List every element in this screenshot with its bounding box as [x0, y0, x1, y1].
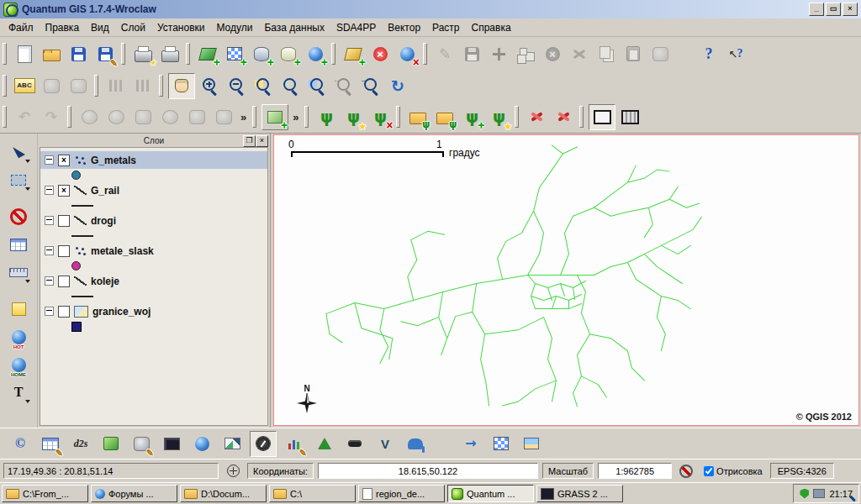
layer-row-granice-woj[interactable]: granice_woj: [40, 302, 267, 320]
menu-sda4pp[interactable]: SDA4PP: [330, 20, 382, 35]
paste-features-icon[interactable]: [621, 42, 646, 66]
toolbar-grip[interactable]: [396, 106, 400, 128]
spit-postgis-icon[interactable]: [403, 432, 428, 456]
kml-tools-icon[interactable]: [458, 432, 483, 456]
panel-float-button[interactable]: ❐: [243, 135, 256, 147]
layer-checkbox[interactable]: [58, 306, 70, 318]
delete-ring-icon[interactable]: [157, 105, 182, 129]
menu-layer[interactable]: Слой: [115, 20, 151, 35]
copyright-plugin-icon[interactable]: ©: [8, 432, 33, 456]
new-project-icon[interactable]: [12, 42, 37, 66]
layer-label[interactable]: koleje: [91, 276, 119, 287]
minimize-button[interactable]: _: [809, 3, 824, 16]
delete-part-icon[interactable]: [184, 105, 209, 129]
layer-label[interactable]: G_metals: [91, 155, 136, 166]
panel-close-button[interactable]: ×: [256, 135, 268, 147]
taskbar-button-4[interactable]: C:\: [269, 485, 356, 502]
scale-input[interactable]: [598, 463, 672, 479]
select-features-icon[interactable]: [6, 168, 31, 192]
menu-file[interactable]: Файл: [3, 20, 40, 35]
dxf2shp-icon[interactable]: d2s: [68, 432, 93, 456]
add-part-icon[interactable]: [130, 105, 156, 129]
menu-database[interactable]: База данных: [258, 20, 330, 35]
refresh-map-icon[interactable]: [385, 74, 410, 98]
layer-row-g-metals[interactable]: × G_metals: [40, 151, 267, 169]
toolbar-grip[interactable]: [423, 43, 427, 65]
layer-label[interactable]: G_rail: [91, 185, 119, 197]
toolbar-grip[interactable]: [94, 75, 98, 97]
expander-icon[interactable]: [45, 155, 54, 165]
editing-tools-icon[interactable]: [647, 42, 673, 66]
add-spatialite-layer-icon[interactable]: [276, 42, 301, 66]
toolbar-overflow-chevron[interactable]: »: [289, 111, 302, 123]
toolbar-grip[interactable]: [331, 43, 335, 65]
taskbar-button-2[interactable]: Форумы ...: [91, 485, 177, 502]
taskbar-button-5[interactable]: region_de...: [358, 485, 445, 502]
reshape-features-icon[interactable]: [211, 105, 236, 129]
layer-checkbox[interactable]: [58, 276, 70, 287]
globe-hot-icon[interactable]: HOT: [6, 325, 31, 349]
menu-raster[interactable]: Растр: [426, 20, 465, 35]
grass-close-mapset-icon[interactable]: [367, 105, 393, 129]
zoom-full-icon[interactable]: [251, 74, 276, 98]
web-plugin-icon[interactable]: [189, 432, 214, 456]
add-wfs-layer-icon[interactable]: [394, 42, 420, 66]
measure-icon[interactable]: [6, 260, 31, 284]
table-manager-icon[interactable]: [38, 432, 63, 456]
add-raster-layer-icon[interactable]: [222, 42, 247, 66]
expander-icon[interactable]: [45, 307, 54, 316]
composer-manager-icon[interactable]: [157, 42, 182, 66]
layer-label[interactable]: metale_slask: [91, 245, 154, 257]
toggle-editing-icon[interactable]: [432, 42, 457, 66]
maximize-button[interactable]: ▭: [826, 3, 841, 16]
move-label-icon[interactable]: [39, 74, 64, 98]
expander-icon[interactable]: [45, 246, 54, 255]
stop-render-icon[interactable]: [676, 462, 696, 480]
layers-panel-header[interactable]: Слои ❐ ×: [38, 134, 270, 147]
toolbar-grip[interactable]: [304, 106, 309, 128]
undo-icon[interactable]: [12, 105, 37, 129]
toolbar-grip[interactable]: [252, 106, 256, 128]
mouse-position-toggle-icon[interactable]: [223, 462, 243, 480]
crs-status[interactable]: EPSG:4326: [770, 463, 834, 479]
pan-icon[interactable]: [168, 73, 195, 99]
taskbar-button-1[interactable]: C:\From_...: [2, 485, 88, 502]
menu-edit[interactable]: Правка: [40, 20, 86, 35]
label-properties-icon[interactable]: [66, 74, 91, 98]
grass-open-tools-icon[interactable]: [459, 105, 484, 129]
redo-icon[interactable]: [39, 105, 64, 129]
grass-display-region-icon[interactable]: [589, 104, 615, 130]
imagemap-icon[interactable]: [342, 432, 367, 456]
new-composer-icon[interactable]: [130, 42, 156, 66]
zoom-to-layer-icon[interactable]: [277, 74, 303, 98]
node-tool-icon[interactable]: [513, 42, 538, 66]
quick-export-icon[interactable]: [98, 432, 124, 456]
grass-add-raster-icon[interactable]: [432, 105, 457, 129]
layer-label[interactable]: drogi: [91, 215, 116, 227]
menu-view[interactable]: Вид: [85, 20, 115, 35]
close-button[interactable]: ×: [843, 3, 858, 16]
menu-vector[interactable]: Вектор: [382, 20, 426, 35]
diagram-settings-icon[interactable]: [130, 74, 156, 98]
antivirus-shield-icon[interactable]: [800, 489, 809, 499]
globe-home-icon[interactable]: HOME: [6, 353, 31, 376]
grass-new-vector-icon[interactable]: [486, 105, 511, 129]
zoom-out-icon[interactable]: [224, 74, 249, 98]
layer-checkbox[interactable]: [58, 245, 70, 257]
vertex-edit-icon[interactable]: [129, 432, 154, 456]
open-attribute-table-icon[interactable]: [6, 233, 31, 256]
deselect-features-icon[interactable]: [6, 205, 31, 228]
taskbar-button-qgis[interactable]: Quantum ...: [447, 485, 534, 502]
layer-label[interactable]: granice_woj: [92, 306, 151, 318]
zoom-in-icon[interactable]: [197, 74, 222, 98]
layer-checkbox[interactable]: [58, 215, 70, 227]
raster-tools-icon[interactable]: [489, 432, 514, 456]
profile-tool-icon[interactable]: [219, 432, 245, 456]
toolbar-grip[interactable]: [3, 106, 7, 128]
grass-new-mapset-icon[interactable]: [341, 105, 366, 129]
layer-checkbox[interactable]: ×: [58, 185, 70, 197]
grass-region-settings-icon[interactable]: [617, 105, 642, 129]
help-contents-icon[interactable]: [696, 42, 721, 66]
image-export-icon[interactable]: [519, 432, 544, 456]
layer-row-drogi[interactable]: drogi: [40, 212, 267, 229]
